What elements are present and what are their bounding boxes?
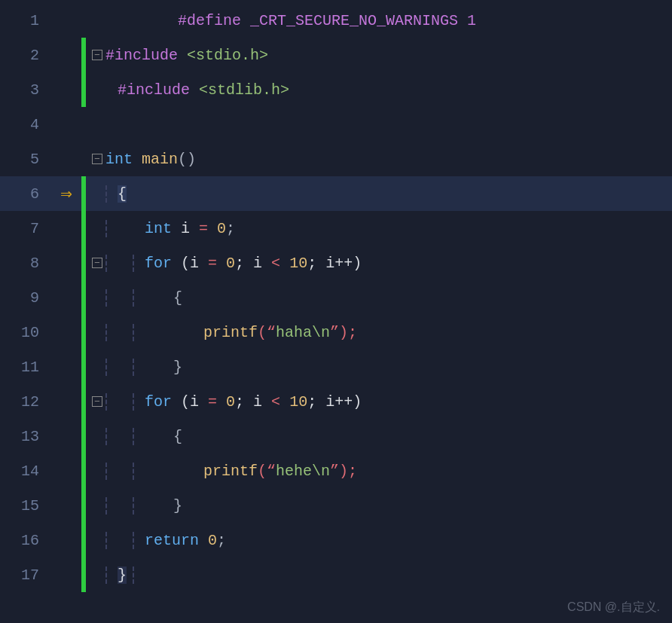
- token-group: }: [118, 567, 127, 584]
- token: 10: [289, 393, 307, 411]
- indent-guide-1: [105, 463, 107, 480]
- indent-guide-2: [133, 393, 134, 411]
- code-line: 15}: [0, 488, 672, 523]
- token-group: return 0;: [145, 532, 226, 549]
- token: <stdlib.h>: [199, 81, 289, 99]
- fold-button[interactable]: −: [92, 258, 102, 268]
- code-line: 10printf(“haha\n”);: [0, 315, 672, 350]
- indent-guide-1: [105, 324, 107, 341]
- token: #include: [118, 81, 199, 99]
- token: <: [271, 255, 280, 272]
- content-wrapper: {: [86, 185, 672, 203]
- line-number: 14: [0, 463, 51, 480]
- indent-guide-2: [133, 289, 134, 307]
- indent-guide-1: [105, 428, 107, 445]
- arrow-column: ⇒: [51, 182, 81, 206]
- indent-guide-1: [105, 532, 107, 549]
- line-number: 11: [0, 359, 51, 376]
- indent-guide-1: [105, 567, 107, 584]
- indent-guide-2: [133, 532, 134, 549]
- token: (i: [172, 255, 208, 272]
- indent-guide-1: [105, 185, 107, 203]
- code-line: 9{: [0, 280, 672, 315]
- fold-button[interactable]: −: [92, 154, 102, 164]
- line-number: 5: [0, 151, 51, 168]
- token-group: #include <stdlib.h>: [118, 81, 289, 99]
- token: [199, 532, 208, 549]
- content-wrapper: int i = 0;: [86, 220, 672, 237]
- code-line: 16return 0;: [0, 523, 672, 557]
- token: }: [118, 567, 127, 584]
- token: [217, 255, 226, 272]
- token: [280, 393, 289, 411]
- indent-guide-1: [105, 497, 107, 515]
- code-line: 4: [0, 107, 672, 142]
- token-group: }: [173, 497, 182, 515]
- indent-guide-2: [133, 255, 134, 272]
- indent-guide-2: [133, 359, 134, 376]
- token: ”);: [330, 324, 357, 341]
- token: 0: [226, 393, 235, 411]
- token-group: int main(): [105, 151, 196, 168]
- token: }: [173, 497, 182, 515]
- token: ;: [226, 220, 235, 237]
- token-group: for (i = 0; i < 10; i++): [145, 393, 362, 411]
- code-line: 1 #define _CRT_SECURE_NO_WARNINGS 1: [0, 3, 672, 38]
- content-wrapper: }: [86, 359, 672, 376]
- code-container: 1 #define _CRT_SECURE_NO_WARNINGS 12−#in…: [0, 0, 672, 592]
- line-number: 4: [0, 116, 51, 133]
- indent-guide-2: [133, 497, 134, 515]
- token: (): [178, 151, 196, 168]
- fold-button[interactable]: −: [92, 396, 102, 407]
- token: [133, 151, 142, 168]
- token: ; i++): [307, 393, 362, 411]
- code-editor: 1 #define _CRT_SECURE_NO_WARNINGS 12−#in…: [0, 0, 672, 623]
- content-wrapper: printf(“haha\n”);: [86, 324, 672, 341]
- content-wrapper: }: [86, 567, 672, 584]
- code-line: 13{: [0, 419, 672, 454]
- token-group: #include <stdio.h>: [105, 47, 268, 64]
- token: for: [145, 393, 172, 411]
- content-wrapper: }: [86, 497, 672, 515]
- line-number: 8: [0, 255, 51, 272]
- token: [208, 220, 217, 237]
- token: }: [173, 359, 182, 376]
- code-line: 8−for (i = 0; i < 10; i++): [0, 246, 672, 280]
- token: ;: [217, 532, 226, 549]
- code-line: 11}: [0, 350, 672, 384]
- content-wrapper: {: [86, 289, 672, 307]
- indent-guide-1: [105, 255, 107, 272]
- indent-guide-2: [133, 428, 134, 445]
- indent-guide-2: [133, 324, 134, 341]
- token-group: #define _CRT_SECURE_NO_WARNINGS 1: [105, 12, 476, 29]
- token: int: [105, 151, 133, 168]
- token: int: [145, 220, 172, 237]
- token: ; i++): [307, 255, 362, 272]
- indent-guide-1: [105, 220, 107, 237]
- watermark: CSDN @.自定义.: [567, 600, 660, 615]
- token-group: {: [173, 428, 182, 445]
- token: for: [145, 255, 172, 272]
- token: =: [199, 220, 208, 237]
- token: <stdio.h>: [187, 47, 268, 64]
- line-number: 9: [0, 289, 51, 307]
- token-group: {: [118, 185, 127, 203]
- content-wrapper: −int main(): [86, 151, 672, 168]
- token: printf: [203, 463, 258, 480]
- code-line: 14printf(“hehe\n”);: [0, 454, 672, 488]
- token: 0: [208, 532, 217, 549]
- indent-guide-2: [133, 567, 134, 584]
- token: 0: [217, 220, 226, 237]
- token-group: int i = 0;: [145, 220, 235, 237]
- token: ; i: [235, 255, 271, 272]
- token: {: [173, 289, 182, 307]
- token: haha\n: [276, 324, 330, 341]
- token-group: printf(“hehe\n”);: [203, 463, 357, 480]
- content-wrapper: #include <stdlib.h>: [86, 81, 672, 99]
- fold-button[interactable]: −: [92, 50, 102, 60]
- code-line: 12−for (i = 0; i < 10; i++): [0, 384, 672, 419]
- line-number: 10: [0, 324, 51, 341]
- content-wrapper: −for (i = 0; i < 10; i++): [86, 393, 672, 411]
- line-number: 15: [0, 497, 51, 515]
- token: 0: [226, 255, 235, 272]
